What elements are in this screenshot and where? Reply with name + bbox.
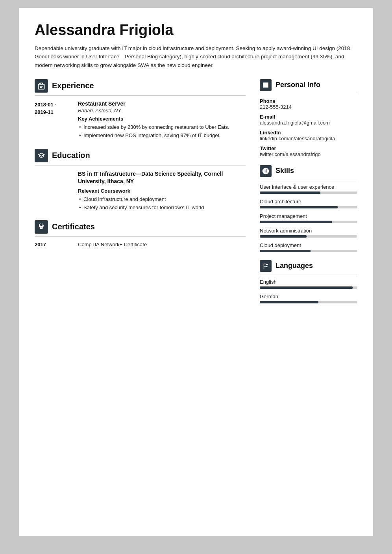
exp-job-title: Restaurant Server (78, 100, 246, 107)
cert-entry: 2017 CompTIA Network+ Certificate (35, 242, 246, 247)
lang-bar-bg-1 (260, 301, 357, 303)
skill-name-2: Project management (260, 213, 357, 219)
skill-bar-bg-3 (260, 235, 357, 238)
resume-summary: Dependable university graduate with IT m… (35, 44, 357, 70)
experience-header: Experience (35, 79, 246, 96)
exp-company: Bahari, Astoria, NY (78, 108, 246, 113)
left-column: Experience 2018-01 - 2019-11 Restaurant … (35, 79, 246, 256)
skill-item-1: Cloud architecture (260, 199, 357, 208)
education-icon (35, 149, 48, 162)
skill-item-0: User interface & user experience (260, 184, 357, 194)
skills-title: Skills (276, 167, 294, 175)
edu-entry: BS in IT Infrastructure—Data Science Spe… (35, 170, 246, 212)
edu-degree: BS in IT Infrastructure—Data Science Spe… (78, 170, 246, 186)
exp-details: Restaurant Server Bahari, Astoria, NY Ke… (78, 100, 246, 140)
skill-item-2: Project management (260, 213, 357, 223)
info-linkedin: LinkedIn linkedin.com/in/alessandrafrigi… (260, 130, 357, 141)
edu-coursework-list: Cloud infrastructure and deployment Safe… (78, 195, 246, 212)
personal-info-title: Personal Info (276, 81, 320, 89)
lang-item-0: English (260, 279, 357, 289)
skill-bar-bg-4 (260, 250, 357, 252)
exp-achievements-label: Key Achievements (78, 116, 246, 122)
edu-coursework-item: Safety and security measures for tomorro… (78, 204, 246, 212)
right-column: Personal Info Phone 212-555-3214 E-mail … (260, 79, 357, 311)
resume-body: Experience 2018-01 - 2019-11 Restaurant … (35, 79, 357, 311)
skill-bar-fill-4 (260, 250, 311, 252)
education-section: Education BS in IT Infrastructure—Data S… (35, 149, 246, 212)
skill-bar-fill-3 (260, 235, 307, 238)
edu-coursework-item: Cloud infrastructure and deployment (78, 195, 246, 203)
skill-bar-bg-1 (260, 206, 357, 208)
skill-name-4: Cloud deployment (260, 242, 357, 248)
lang-bar-fill-0 (260, 286, 353, 289)
cert-name: CompTIA Network+ Certificate (78, 242, 147, 247)
experience-icon (35, 79, 48, 93)
skill-name-0: User interface & user experience (260, 184, 357, 190)
experience-section: Experience 2018-01 - 2019-11 Restaurant … (35, 79, 246, 140)
skills-icon (260, 165, 272, 177)
skill-name-1: Cloud architecture (260, 199, 357, 204)
education-title: Education (52, 151, 90, 160)
experience-entry: 2018-01 - 2019-11 Restaurant Server Baha… (35, 100, 246, 140)
languages-header: Languages (260, 260, 357, 275)
resume-container: Alessandra Frigiola Dependable universit… (19, 8, 373, 536)
lang-bar-bg-0 (260, 286, 357, 289)
skill-name-3: Network administration (260, 228, 357, 234)
info-twitter: Twitter twitter.com/alessandrafrigo (260, 145, 357, 157)
experience-title: Experience (52, 81, 94, 90)
exp-achievements-list: Increased sales by 230% by connecting re… (78, 123, 246, 139)
languages-icon (260, 260, 272, 272)
exp-achievement-item: Implemented new POS integration, saving … (78, 132, 246, 139)
skill-bar-bg-0 (260, 191, 357, 194)
personal-info-header: Personal Info (260, 79, 357, 94)
exp-achievement-item: Increased sales by 230% by connecting re… (78, 123, 246, 131)
personal-info-icon (260, 79, 272, 91)
resume-name: Alessandra Frigiola (35, 22, 357, 39)
lang-name-1: German (260, 294, 357, 299)
certificates-section: Certificates 2017 CompTIA Network+ Certi… (35, 220, 246, 247)
skill-item-4: Cloud deployment (260, 242, 357, 252)
skill-bar-fill-0 (260, 191, 320, 194)
info-phone: Phone 212-555-3214 (260, 98, 357, 110)
certificates-title: Certificates (52, 222, 95, 231)
lang-item-1: German (260, 294, 357, 303)
languages-title: Languages (276, 262, 313, 270)
skill-bar-fill-2 (260, 221, 332, 223)
exp-dates: 2018-01 - 2019-11 (35, 100, 78, 140)
skill-bar-bg-2 (260, 221, 357, 223)
languages-section: Languages English German (260, 260, 357, 303)
certificates-icon (35, 220, 48, 234)
skill-bar-fill-1 (260, 206, 338, 208)
lang-name-0: English (260, 279, 357, 285)
edu-coursework-label: Relevant Coursework (78, 188, 246, 194)
lang-bar-fill-1 (260, 301, 318, 303)
skills-section: Skills User interface & user experience … (260, 165, 357, 252)
skills-header: Skills (260, 165, 357, 180)
education-header: Education (35, 149, 246, 165)
skill-item-3: Network administration (260, 228, 357, 238)
personal-info-section: Personal Info Phone 212-555-3214 E-mail … (260, 79, 357, 157)
cert-year: 2017 (35, 242, 78, 247)
certificates-header: Certificates (35, 220, 246, 237)
info-email: E-mail alessandra.frigiola@gmail.com (260, 114, 357, 126)
